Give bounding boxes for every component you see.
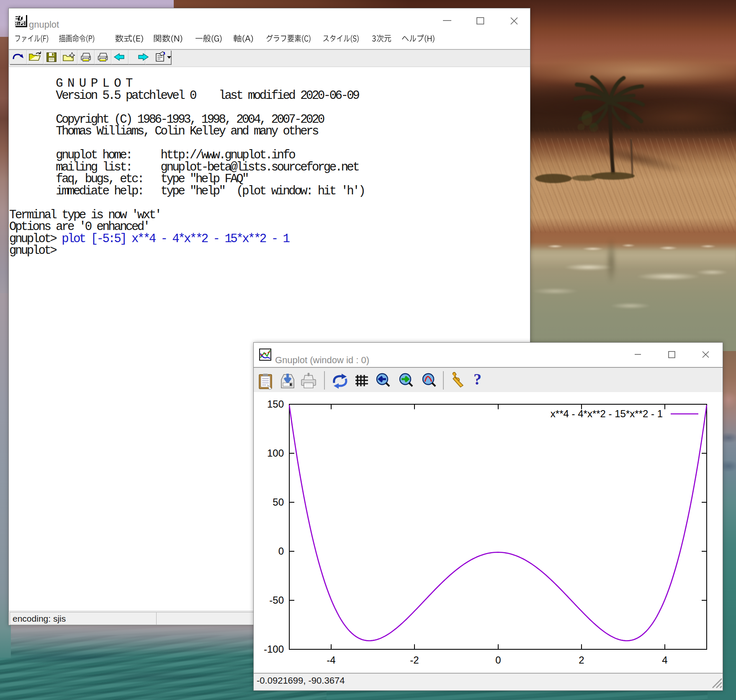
svg-text:0: 0 — [278, 545, 284, 557]
svg-text:2: 2 — [579, 654, 584, 666]
svg-text:-4: -4 — [327, 654, 335, 666]
svg-text:4: 4 — [662, 654, 667, 666]
svg-text:0: 0 — [495, 654, 501, 666]
svg-text:100: 100 — [267, 447, 284, 459]
svg-text:-100: -100 — [264, 643, 284, 655]
svg-text:150: 150 — [267, 398, 284, 410]
svg-text:x**4 - 4*x**2 - 15*x**2 - 1: x**4 - 4*x**2 - 15*x**2 - 1 — [551, 408, 663, 419]
svg-text:-50: -50 — [269, 594, 284, 606]
svg-text:50: 50 — [273, 496, 284, 508]
svg-text:-2: -2 — [410, 654, 419, 666]
